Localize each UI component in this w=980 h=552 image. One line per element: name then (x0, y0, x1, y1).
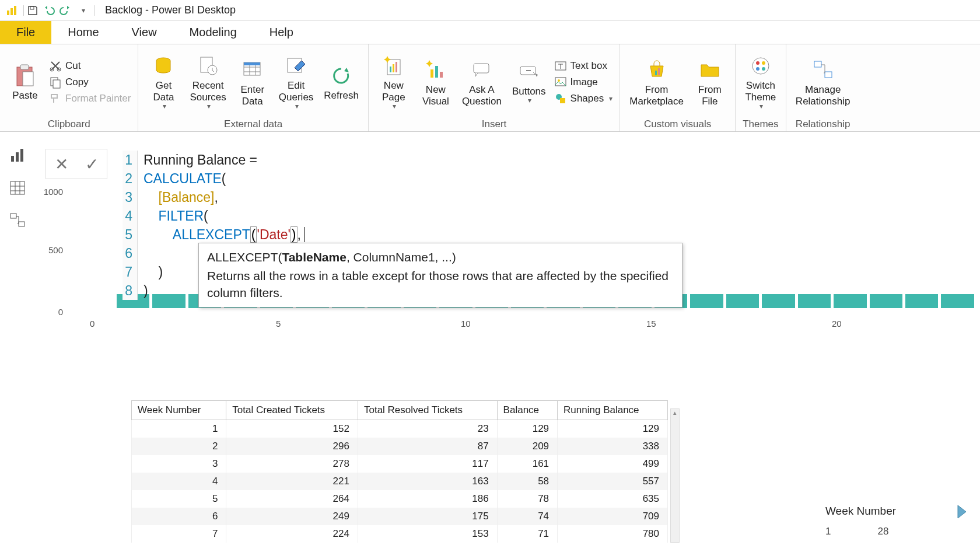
table-row[interactable]: 722415371780 (132, 525, 668, 543)
tab-help[interactable]: Help (253, 21, 310, 44)
shapes-button[interactable]: Shapes (554, 92, 613, 105)
enter-data-button[interactable]: Enter Data (235, 55, 271, 109)
window-title: Backlog - Power BI Desktop (105, 4, 236, 16)
clipboard-icon (12, 63, 38, 89)
button-icon (516, 59, 542, 85)
new-visual-button[interactable]: New Visual (418, 55, 454, 109)
ribbon-group-clipboard: Paste Cut Copy Format Painter Clipboard (0, 44, 138, 131)
format-painter-button[interactable]: Format Painter (49, 92, 131, 105)
intellisense-tooltip: ALLEXCEPT(TableName, ColumnName1, ...) R… (198, 243, 682, 308)
model-view-icon[interactable] (5, 208, 30, 233)
ribbon-group-custom-visuals: From Marketplace From File Custom visual… (620, 44, 736, 131)
edit-queries-button[interactable]: Edit Queries (276, 51, 316, 113)
svg-rect-19 (393, 64, 394, 72)
table-icon (240, 57, 265, 83)
x-tick-5: 5 (276, 319, 281, 329)
svg-rect-40 (11, 156, 14, 162)
svg-rect-5 (20, 65, 29, 69)
svg-rect-39 (825, 72, 832, 78)
formula-commit-button[interactable]: ✓ (76, 149, 107, 179)
y-tick-0: 0 (34, 307, 63, 317)
ask-question-button[interactable]: Ask A Question (460, 55, 504, 109)
table-row[interactable]: 115223129129 (132, 420, 668, 438)
svg-point-28 (558, 79, 560, 82)
chart-sparkle-icon (423, 57, 449, 83)
new-page-button[interactable]: New Page (376, 51, 412, 113)
y-tick-1000: 1000 (34, 187, 63, 197)
svg-rect-1 (10, 8, 13, 15)
svg-rect-42 (20, 149, 23, 162)
clipboard-small-buttons: Cut Copy Format Painter (49, 60, 131, 105)
tab-view[interactable]: View (116, 21, 173, 44)
svg-rect-30 (560, 98, 565, 103)
svg-point-35 (762, 61, 765, 65)
manage-relationship-button[interactable]: Manage Relationship (793, 55, 853, 109)
ribbon: Paste Cut Copy Format Painter Clipboard … (0, 44, 980, 132)
svg-rect-6 (23, 72, 33, 86)
tab-modeling[interactable]: Modeling (173, 21, 253, 44)
svg-point-37 (756, 67, 760, 71)
from-file-button[interactable]: From File (692, 55, 728, 109)
tooltip-description: Returns all the rows in a table except f… (207, 268, 674, 301)
group-label-relationship: Relationship (793, 117, 853, 130)
textbox-button[interactable]: Text box (554, 60, 613, 72)
insert-small-buttons: Text box Image Shapes (554, 60, 613, 105)
group-label-insert: Insert (376, 117, 612, 130)
qat-dropdown-icon[interactable]: ▾ (75, 2, 92, 19)
ribbon-group-relationship: Manage Relationship Relationship (786, 44, 860, 131)
table-row[interactable]: 3278117161499 (132, 455, 668, 473)
svg-rect-45 (19, 222, 24, 226)
view-switcher (0, 132, 35, 244)
switch-theme-button[interactable]: Switch Theme (743, 51, 779, 113)
cut-button[interactable]: Cut (49, 60, 131, 72)
subscribe-icon (951, 502, 971, 522)
svg-rect-18 (390, 67, 391, 72)
formula-cancel-button[interactable]: ✕ (46, 149, 76, 179)
svg-rect-20 (396, 62, 397, 72)
svg-rect-31 (655, 71, 657, 75)
tab-home[interactable]: Home (51, 21, 115, 44)
table-row[interactable]: 229687209338 (132, 438, 668, 455)
svg-rect-15 (244, 62, 260, 65)
menu-bar: File Home View Modeling Help (0, 21, 980, 44)
buttons-button[interactable]: Buttons (510, 57, 548, 107)
tab-file[interactable]: File (0, 21, 51, 44)
save-icon[interactable] (26, 2, 43, 19)
redo-icon[interactable] (59, 2, 75, 19)
svg-rect-41 (16, 152, 19, 162)
slicer-min: 1 (825, 526, 831, 537)
app-icon (6, 5, 21, 16)
report-view-icon[interactable] (5, 142, 30, 168)
recent-icon (195, 53, 221, 79)
from-marketplace-button[interactable]: From Marketplace (627, 55, 686, 109)
svg-rect-24 (474, 64, 489, 73)
svg-rect-32 (658, 68, 660, 75)
ribbon-group-insert: New Page New Visual Ask A Question Butto… (369, 44, 620, 131)
paste-label: Paste (12, 90, 37, 102)
refresh-button[interactable]: Refresh (321, 61, 361, 104)
copy-button[interactable]: Copy (49, 76, 131, 89)
table-row[interactable]: 422116358557 (132, 473, 668, 490)
get-data-button[interactable]: Get Data (145, 51, 181, 113)
table-row[interactable]: 526418678635 (132, 490, 668, 508)
database-icon (150, 53, 176, 79)
slicer-max: 28 (877, 526, 888, 537)
svg-point-33 (752, 58, 769, 74)
svg-rect-44 (10, 214, 16, 218)
slicer-title: Week Number (825, 505, 954, 518)
week-number-slicer[interactable]: Week Number 1 28 (825, 505, 954, 537)
paste-button[interactable]: Paste (7, 61, 43, 104)
ribbon-group-themes: Switch Theme Themes (736, 44, 786, 131)
data-view-icon[interactable] (5, 175, 30, 201)
svg-rect-0 (7, 11, 9, 15)
group-label-themes: Themes (743, 117, 779, 130)
image-button[interactable]: Image (554, 76, 613, 89)
group-label-external: External data (145, 117, 360, 130)
data-table[interactable]: Week NumberTotal Created TicketsTotal Re… (131, 400, 668, 543)
svg-point-34 (756, 61, 760, 65)
table-row[interactable]: 624917574709 (132, 508, 668, 525)
recent-sources-button[interactable]: Recent Sources (187, 51, 228, 113)
edit-icon (284, 53, 309, 79)
undo-icon[interactable] (43, 2, 59, 19)
table-scrollbar[interactable] (670, 408, 680, 543)
